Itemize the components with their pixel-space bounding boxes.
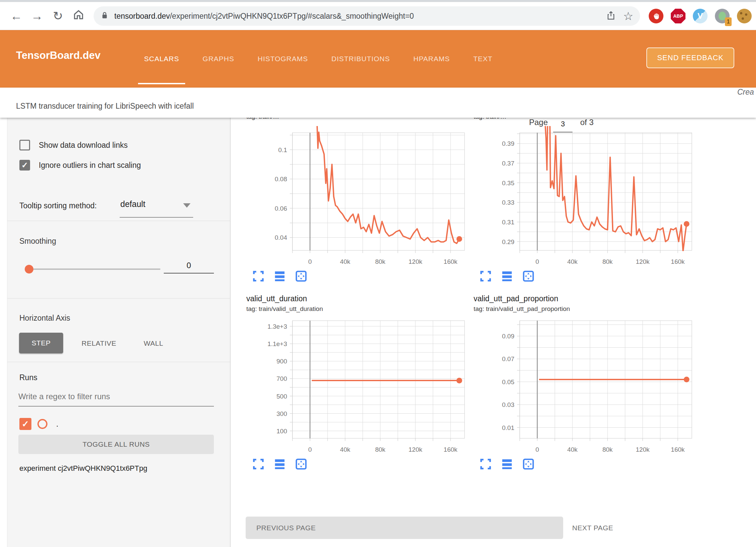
ignore-outliers-label: Ignore outliers in chart scaling [39, 161, 141, 170]
svg-text:0: 0 [308, 446, 312, 453]
expand-chart-icon[interactable] [479, 458, 492, 470]
abp-extension-icon[interactable]: ABP [671, 9, 685, 23]
svg-text:0.1: 0.1 [278, 146, 287, 153]
tab-bar: SCALARS GRAPHS HISTOGRAMS DISTRIBUTIONS … [142, 30, 495, 88]
fit-domain-icon[interactable] [522, 270, 535, 283]
adblock-hand-extension-icon[interactable] [649, 9, 663, 23]
scalar-chart[interactable]: 0.290.310.330.350.370.39040k80k120k160k [466, 126, 697, 266]
lock-icon [100, 10, 109, 22]
previous-page-button[interactable]: PREVIOUS PAGE [246, 517, 563, 539]
tab-distributions[interactable]: DISTRIBUTIONS [330, 30, 392, 88]
back-icon[interactable]: ← [6, 9, 27, 23]
toggle-all-runs-button[interactable]: TOGGLE ALL RUNS [18, 435, 214, 454]
next-page-button[interactable]: NEXT PAGE [572, 517, 613, 539]
fit-domain-icon[interactable] [295, 458, 307, 470]
bookmark-star-icon[interactable]: ☆ [623, 9, 633, 23]
run-color-circle-icon[interactable] [37, 419, 47, 429]
reload-icon[interactable]: ↻ [47, 9, 68, 23]
svg-text:0.08: 0.08 [275, 176, 287, 183]
url-text[interactable]: tensorboard.dev/experiment/cj2vtPiwQHKN9… [114, 12, 599, 21]
svg-text:0: 0 [535, 258, 539, 265]
tooltip-sorting-dropdown[interactable]: default [120, 199, 145, 209]
profile-avatar[interactable]: 1 [715, 9, 730, 23]
svg-text:0.35: 0.35 [502, 180, 514, 187]
chart-title: valid_utt_duration [246, 294, 470, 303]
tab-scalars[interactable]: SCALARS [142, 30, 181, 88]
runs-regex-input[interactable] [18, 392, 214, 407]
toggle-log-scale-icon[interactable] [501, 458, 513, 470]
experiment-band: Crea LSTM transducer training for LibriS… [0, 88, 756, 118]
page-number-input[interactable] [553, 120, 573, 132]
haxis-step-button[interactable]: STEP [19, 333, 63, 353]
tab-hparams[interactable]: HPARAMS [411, 30, 452, 88]
svg-text:120k: 120k [636, 258, 650, 265]
svg-text:80k: 80k [375, 446, 385, 453]
svg-text:300: 300 [276, 410, 287, 417]
tab-text[interactable]: TEXT [471, 30, 495, 88]
tab-histograms[interactable]: HISTOGRAMS [256, 30, 310, 88]
svg-text:0.33: 0.33 [502, 199, 514, 206]
scalar-chart[interactable]: 1003005007009001.1e+31.3e+3040k80k120k16… [239, 314, 470, 454]
tab-graphs[interactable]: GRAPHS [201, 30, 236, 88]
runs-label: Runs [19, 373, 37, 382]
svg-text:0: 0 [535, 446, 539, 453]
svg-text:120k: 120k [636, 446, 650, 453]
haxis-relative-button[interactable]: RELATIVE [82, 339, 116, 347]
toggle-log-scale-icon[interactable] [501, 270, 513, 283]
smoothing-slider-thumb[interactable] [25, 265, 33, 274]
expand-chart-icon[interactable] [252, 270, 265, 283]
tensorboard-header: TensorBoard.dev SCALARS GRAPHS HISTOGRAM… [0, 30, 756, 88]
svg-text:1.3e+3: 1.3e+3 [267, 323, 287, 330]
fit-domain-icon[interactable] [522, 458, 535, 470]
checkbox-checked-icon[interactable]: ✓ [19, 160, 30, 171]
chart-tag: tag: train/valid_utt_duration [246, 305, 470, 313]
svg-text:0.03: 0.03 [502, 401, 514, 408]
share-icon[interactable] [606, 10, 616, 22]
chart-card-top-left: tag: train/… 0.040.060.080.1040k80k120k1… [239, 118, 470, 283]
forward-icon[interactable]: → [27, 9, 47, 23]
smoothing-value-input[interactable] [164, 261, 214, 274]
svg-text:40k: 40k [340, 258, 350, 265]
fit-domain-icon[interactable] [295, 270, 307, 283]
send-feedback-button[interactable]: SEND FEEDBACK [646, 47, 734, 68]
run-checkbox-checked-icon[interactable]: ✓ [19, 418, 31, 430]
v-extension-icon[interactable]: V [693, 9, 708, 23]
run-row[interactable]: ✓ . [19, 418, 58, 430]
svg-text:160k: 160k [444, 446, 458, 453]
checkbox-unchecked-icon[interactable] [19, 140, 30, 150]
cookie-extension-icon[interactable] [737, 9, 752, 23]
tensorboard-logo: TensorBoard.dev [16, 49, 101, 62]
svg-text:0.07: 0.07 [502, 355, 514, 362]
chart-card-valid-utt-pad-proportion: valid_utt_pad_proportion tag: train/vali… [466, 294, 697, 470]
settings-sidebar: Show data download links ✓ Ignore outlie… [7, 118, 231, 547]
svg-text:0.31: 0.31 [502, 219, 514, 226]
expand-chart-icon[interactable] [252, 458, 265, 470]
toggle-log-scale-icon[interactable] [273, 270, 286, 283]
smoothing-slider[interactable] [32, 268, 160, 270]
chevron-down-icon[interactable] [183, 203, 191, 208]
smoothing-label: Smoothing [19, 237, 56, 246]
svg-text:160k: 160k [444, 258, 458, 265]
toggle-log-scale-icon[interactable] [273, 458, 286, 470]
svg-text:0.37: 0.37 [502, 160, 514, 167]
haxis-wall-button[interactable]: WALL [144, 339, 163, 347]
experiment-title: LSTM transducer training for LibriSpeech… [16, 102, 194, 111]
chart-title: valid_utt_pad_proportion [474, 294, 697, 303]
show-download-links-checkbox-row[interactable]: Show data download links [19, 140, 128, 150]
svg-text:0.06: 0.06 [275, 205, 287, 212]
expand-chart-icon[interactable] [479, 270, 492, 283]
scalar-chart[interactable]: 0.010.030.050.070.09040k80k120k160k [466, 314, 697, 454]
ignore-outliers-checkbox-row[interactable]: ✓ Ignore outliers in chart scaling [19, 160, 141, 171]
url-bar[interactable]: tensorboard.dev/experiment/cj2vtPiwQHKN9… [94, 6, 640, 26]
svg-text:1.1e+3: 1.1e+3 [267, 340, 287, 347]
tooltip-sorting-label: Tooltip sorting method: [19, 201, 97, 210]
svg-text:100: 100 [276, 428, 287, 435]
notification-badge: 1 [725, 17, 732, 26]
svg-text:0: 0 [308, 258, 312, 265]
scalar-chart[interactable]: 0.040.060.080.1040k80k120k160k [239, 126, 470, 266]
svg-text:0.01: 0.01 [502, 424, 514, 431]
svg-text:40k: 40k [567, 258, 578, 265]
home-icon[interactable] [68, 9, 89, 24]
svg-text:0.29: 0.29 [502, 238, 514, 245]
svg-text:120k: 120k [408, 446, 422, 453]
